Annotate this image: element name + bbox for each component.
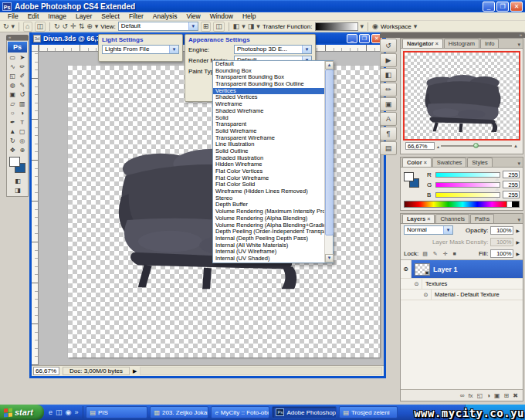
blue-slider[interactable] [435,192,500,198]
panel-menu-icon[interactable]: ▾ [515,161,523,167]
media-player-icon[interactable]: ◉ [66,408,72,416]
tab-close-icon[interactable]: × [435,41,439,46]
close-icon[interactable]: ✕ [510,2,523,12]
roll-camera-icon[interactable]: ↺ [63,22,69,31]
visibility-eye-icon[interactable]: ⊙ [412,279,422,289]
brushes-panel-icon[interactable]: ✏ [380,83,397,97]
3d-panel-icon[interactable]: ◧ [380,68,397,82]
walk-camera-icon[interactable]: ⇅ [79,22,85,31]
eyedropper-tool[interactable]: ✐ [18,72,28,81]
eraser-tool[interactable]: ▱ [8,100,18,109]
tab-color[interactable]: Color × [402,158,432,167]
clone-source-panel-icon[interactable]: ▣ [380,97,397,111]
list-item[interactable]: Shaded Illustration [213,155,324,162]
menu-layer[interactable]: Layer [71,12,97,21]
return-home-camera-button[interactable]: ⌂ [23,22,32,32]
zoom-camera-icon[interactable]: ⊕ [86,22,93,31]
layer-mask-icon[interactable]: ◱ [477,392,483,399]
tab-close-icon[interactable]: × [424,160,427,165]
taskbar-button-pis[interactable]: ▤ PIS [86,406,147,418]
list-item[interactable]: Solid [213,115,324,122]
panel-menu-icon[interactable]: ▾ [515,42,523,48]
new-view-button[interactable]: ⊞ [201,22,212,32]
list-item[interactable]: Hidden Wireframe [213,161,324,168]
list-item[interactable]: Transparent [213,121,324,128]
clone-stamp-tool[interactable]: ▣ [8,90,18,100]
tab-close-icon[interactable]: × [427,216,430,222]
minimize-icon[interactable]: _ [483,2,495,12]
green-value-field[interactable]: 255 [503,181,520,188]
tool-preset-arrow-icon[interactable]: ▾ [12,22,15,31]
opacity-field[interactable]: 100% [490,226,513,235]
engine-select[interactable]: Photoshop 3D E... ▾ [234,45,312,54]
opacity-arrow-icon[interactable]: ▶ [516,228,520,233]
character-panel-icon[interactable]: A [380,112,397,126]
dock-collapse-icon[interactable]: » [380,32,525,38]
maximize-icon[interactable]: ❐ [496,2,509,12]
gradient-tool[interactable]: ▥ [18,100,28,109]
foreground-color-swatch[interactable] [404,172,414,181]
blue-value-field[interactable]: 255 [503,191,520,198]
pan-camera-icon[interactable]: ✛ [70,22,76,31]
3d-orbit-tool[interactable]: ◎ [18,137,28,146]
lasso-tool[interactable]: ∿ [8,63,18,72]
actions-panel-icon[interactable]: ▶ [380,53,397,67]
tab-navigator[interactable]: Navigator × [402,39,443,48]
list-item[interactable]: Default [213,61,324,68]
navigator-zoom-slider[interactable]: ▴ ▲ [437,144,518,149]
lock-move-icon[interactable]: ✛ [442,250,449,258]
tab-info[interactable]: Info [480,39,500,48]
healing-brush-tool[interactable]: ◍ [8,81,18,90]
menu-image[interactable]: Image [43,12,71,21]
zoom-out-icon[interactable]: ▴ [437,144,439,149]
lock-all-icon[interactable]: ■ [452,250,458,257]
blend-mode-select[interactable]: Normal ▾ [404,225,453,235]
list-item[interactable]: Shaded Wireframe [213,108,324,115]
scroll-down-icon[interactable]: ▼ [325,254,334,262]
list-scrollbar[interactable]: ▲ ▼ [324,61,333,262]
screen-mode-button[interactable]: ◨ [8,186,28,195]
paragraph-panel-icon[interactable]: ¶ [380,127,397,141]
fill-field[interactable]: 100% [490,249,513,258]
menu-view[interactable]: View [181,12,205,21]
lock-transparency-icon[interactable]: ▨ [421,250,429,258]
transfer-function-gradient[interactable] [315,22,358,31]
tab-paths[interactable]: Paths [470,214,494,223]
list-item[interactable]: Flat Color Wireframe [213,175,324,182]
adjustment-layer-icon[interactable]: ◑ [486,392,490,399]
layer-name[interactable]: Textures [425,280,447,287]
status-arrow-icon[interactable]: ▶ [133,368,137,374]
list-item[interactable]: Internal (All White Materials) [213,242,324,249]
menu-window[interactable]: Window [205,12,238,21]
crop-tool[interactable]: ◱ [8,72,18,81]
layer-name[interactable]: Material - Default Texture [435,291,500,298]
list-item[interactable]: Wireframe (Hidden Lines Removed) [213,188,324,195]
panel-menu-icon[interactable]: ▾ [515,217,523,223]
list-item[interactable]: Solid Wireframe [213,128,324,135]
start-button[interactable]: start [0,405,44,420]
visibility-eye-icon[interactable]: ⊙ [401,260,412,278]
taskbar-button-notes[interactable]: ▥ 203. Zeljko Jokanov... [150,406,208,418]
list-item[interactable]: Transparent Wireframe [213,135,324,142]
white-swatch[interactable] [506,202,512,207]
history-panel-icon[interactable]: ↺ [380,39,397,52]
slider-knob[interactable] [473,143,479,148]
orbit-camera-icon[interactable]: ↻ [54,22,60,31]
list-item[interactable]: Transparent Bounding Box Outline [213,81,324,88]
color-spectrum-ramp[interactable] [404,201,520,208]
layer-thumbnail[interactable]: ▣ [415,263,430,276]
render-settings-icon[interactable]: ◧ [233,22,240,31]
taskbar-button-mycity[interactable]: e MyCity :: Foto-obra... [211,406,269,418]
tab-channels[interactable]: Channels [435,214,469,223]
notes-panel-icon[interactable]: ▤ [380,141,397,155]
list-item[interactable]: Stereo [213,195,324,202]
shape-tool[interactable]: ▢ [18,127,28,137]
cross-section-icon[interactable]: ◨ [248,22,255,31]
fill-arrow-icon[interactable]: ▶ [516,251,520,256]
list-item[interactable]: Volume Rendering (Alpha Blending+Gradien… [213,222,324,229]
dodge-tool[interactable]: ◑ [18,109,28,118]
type-tool[interactable]: T [18,118,28,127]
quicklaunch-overflow-icon[interactable]: » [74,408,78,416]
tools-collapse-icon[interactable]: « [6,35,29,40]
doc-minimize-icon[interactable]: _ [347,34,357,43]
